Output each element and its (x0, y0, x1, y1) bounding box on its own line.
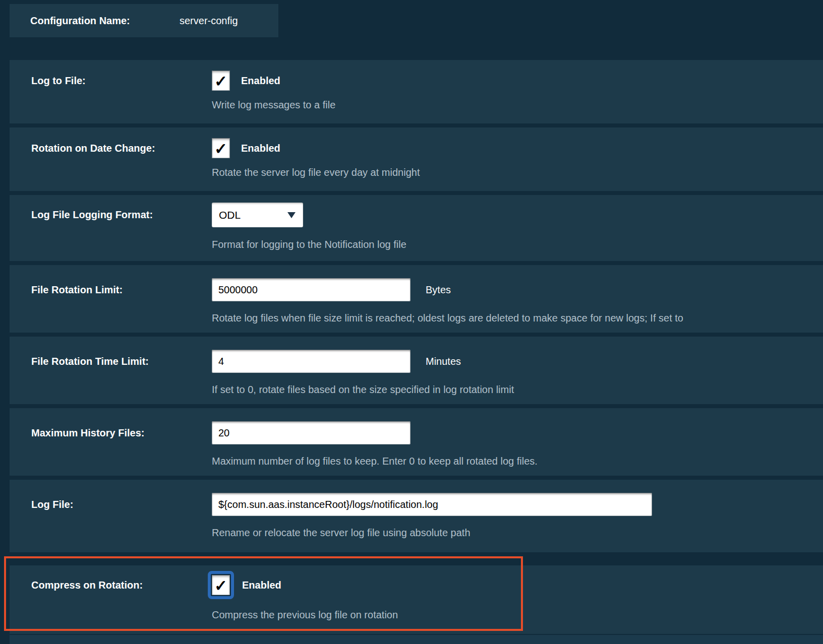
help-text: If set to 0, rotate files based on the s… (212, 384, 823, 396)
help-text: Format for logging to the Notification l… (212, 239, 823, 250)
field-label: Rotation on Date Change: (31, 143, 212, 154)
checkmark-icon: ✓ (214, 141, 227, 157)
maximum-history-files-input[interactable] (212, 421, 410, 444)
field-label: Log to File: (31, 75, 212, 87)
log-format-select[interactable]: ODL (212, 203, 303, 227)
checkmark-icon: ✓ (214, 74, 227, 89)
enabled-label: Enabled (241, 75, 280, 87)
field-label: Maximum History Files: (31, 427, 212, 439)
form-row-log-file: Log File: Rename or relocate the server … (10, 480, 823, 552)
form-row-file-rotation-time-limit: File Rotation Time Limit: Minutes If set… (10, 337, 823, 404)
configuration-name-label: Configuration Name: (30, 15, 130, 27)
field-label: Compress on Rotation: (31, 579, 212, 591)
select-value: ODL (219, 209, 241, 221)
form-row-log-file-logging-format: Log File Logging Format: ODL Format for … (10, 195, 823, 261)
enabled-label: Enabled (242, 579, 281, 591)
checkbox-focus-ring: ✓ (208, 571, 234, 599)
form-row-file-rotation-limit: File Rotation Limit: Bytes Rotate log fi… (10, 265, 823, 333)
unit-label: Bytes (426, 284, 451, 296)
form-row-maximum-history-files: Maximum History Files: Maximum number of… (10, 408, 823, 476)
field-label: Log File: (31, 499, 212, 510)
field-label: Log File Logging Format: (31, 209, 212, 221)
enabled-label: Enabled (241, 143, 280, 154)
compress-on-rotation-checkbox[interactable]: ✓ (212, 575, 230, 595)
configuration-name-value: server-config (180, 15, 238, 27)
logger-settings-form: Log to File: ✓ Enabled Write log message… (10, 60, 823, 642)
help-text: Rotate the server log file every day at … (212, 167, 823, 178)
help-text: Compress the previous log file on rotati… (212, 609, 823, 621)
field-label: File Rotation Time Limit: (31, 356, 212, 367)
chevron-down-icon (287, 212, 296, 218)
unit-label: Minutes (426, 356, 461, 367)
log-file-input[interactable] (212, 493, 652, 516)
field-label: File Rotation Limit: (31, 284, 212, 296)
file-rotation-limit-input[interactable] (212, 278, 410, 301)
checkmark-icon: ✓ (214, 578, 227, 594)
help-text: Rename or relocate the server log file u… (212, 527, 823, 539)
rotation-on-date-change-checkbox[interactable]: ✓ (212, 138, 230, 158)
form-row-compress-on-rotation: Compress on Rotation: ✓ Enabled Compress… (10, 565, 823, 634)
configuration-name-bar: Configuration Name: server-config (10, 4, 278, 37)
help-text: Write log messages to a file (212, 99, 823, 111)
log-to-file-checkbox[interactable]: ✓ (212, 71, 230, 91)
help-text: Rotate log files when file size limit is… (212, 312, 823, 324)
next-row-partial (10, 635, 823, 644)
form-row-rotation-on-date-change: Rotation on Date Change: ✓ Enabled Rotat… (10, 127, 823, 191)
form-row-log-to-file: Log to File: ✓ Enabled Write log message… (10, 60, 823, 123)
help-text: Maximum number of log files to keep. Ent… (212, 456, 823, 467)
file-rotation-time-limit-input[interactable] (212, 350, 410, 373)
